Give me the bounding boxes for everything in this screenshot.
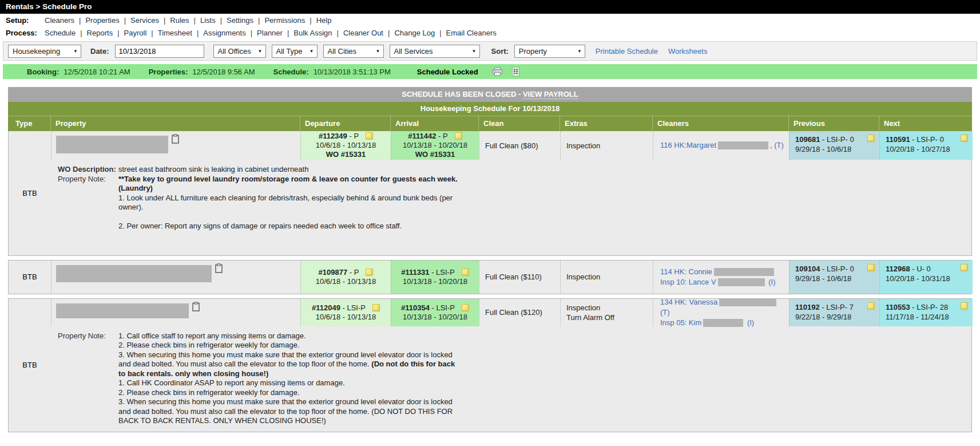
nav-process-bulk-assign[interactable]: Bulk Assign bbox=[291, 29, 334, 37]
property-note-text: **Take key to ground level laundry room/… bbox=[118, 175, 530, 231]
inspector-link[interactable]: Insp 05: Kim (I) bbox=[660, 318, 789, 328]
extras-cell: Inspection Turn Alarm Off bbox=[560, 299, 653, 326]
offices-select[interactable]: All Offices ▼ bbox=[213, 45, 266, 58]
property-cell[interactable] bbox=[51, 131, 300, 160]
nav-setup-rules[interactable]: Rules bbox=[168, 16, 191, 25]
setup-menu: Setup: Cleaners| Properties| Services| R… bbox=[0, 14, 980, 26]
app-title-bar: Rentals > Schedule Pro bbox=[0, 0, 980, 14]
nav-setup-settings[interactable]: Settings bbox=[224, 16, 256, 25]
cities-select[interactable]: All Cities ▼ bbox=[323, 45, 384, 58]
column-header-row: Type Property Departure Arrival Clean Ex… bbox=[8, 116, 972, 131]
row-type: BTB bbox=[9, 299, 51, 432]
printable-schedule-link[interactable]: Printable Schedule bbox=[596, 47, 658, 56]
note-icon[interactable] bbox=[462, 304, 469, 311]
col-header-cleaners: Cleaners bbox=[652, 116, 788, 131]
type-select[interactable]: All Type ▼ bbox=[272, 45, 318, 58]
wo-description-text: street east bathroom sink is leaking in … bbox=[118, 165, 530, 175]
services-select[interactable]: All Services ▼ bbox=[390, 45, 480, 58]
note-icon[interactable] bbox=[462, 269, 469, 276]
nav-process-change-log[interactable]: Change Log bbox=[392, 29, 437, 37]
next-booking-cell: 110591 - LSI-P- 0 10/20/18 - 10/27/18 bbox=[879, 131, 973, 160]
property-cell[interactable] bbox=[51, 299, 300, 326]
chevron-down-icon: ▼ bbox=[376, 49, 380, 54]
note-icon[interactable] bbox=[455, 132, 462, 140]
clipboard-icon[interactable] bbox=[192, 302, 200, 313]
nav-setup-properties[interactable]: Properties bbox=[83, 16, 121, 25]
nav-setup-services[interactable]: Services bbox=[128, 16, 161, 25]
clipboard-icon[interactable] bbox=[172, 134, 179, 145]
printer-icon[interactable] bbox=[492, 67, 503, 76]
row-type: BTB bbox=[9, 261, 51, 294]
note-icon[interactable] bbox=[366, 269, 373, 276]
nav-process-cleaner-out[interactable]: Cleaner Out bbox=[341, 29, 386, 37]
setup-label: Setup: bbox=[6, 16, 39, 25]
arrival-cell: #110354 - LSI-P 10/13/18 - 10/20/18 bbox=[391, 299, 479, 326]
property-note-label: Property Note: bbox=[58, 331, 118, 426]
note-icon[interactable] bbox=[372, 304, 380, 311]
nav-process-payroll[interactable]: Payroll bbox=[122, 29, 149, 37]
col-header-departure: Departure bbox=[300, 116, 390, 131]
note-icon[interactable] bbox=[867, 135, 875, 142]
arrival-dates: 10/13/18 - 10/20/18 bbox=[392, 277, 478, 286]
redacted-cleaner-name bbox=[718, 141, 768, 149]
extras-cell: Inspection bbox=[560, 261, 653, 294]
row-type: BTB bbox=[9, 131, 51, 255]
previous-booking-cell: 109104 - LSI-P- 0 9/29/18 - 10/6/18 bbox=[789, 261, 879, 294]
schedule-subtitle: Housekeeping Schedule For 10/13/2018 bbox=[8, 102, 972, 116]
nav-process-assignments[interactable]: Assignments bbox=[201, 29, 248, 37]
extras-cell: Inspection bbox=[560, 131, 653, 160]
redacted-property-name bbox=[56, 303, 189, 318]
departure-dates: 10/6/18 - 10/13/18 bbox=[302, 313, 390, 322]
inspector-link[interactable]: Insp 10: Lance V (I) bbox=[660, 277, 789, 287]
arrival-cell: #111442 - P 10/13/18 - 10/20/18 WO #1533… bbox=[391, 131, 479, 160]
cleaners-cell: 134 HK: Vanessa (T) Insp 05: Kim (I) bbox=[653, 299, 789, 326]
note-icon[interactable] bbox=[366, 132, 373, 140]
col-header-next: Next bbox=[879, 116, 972, 131]
redacted-cleaner-name bbox=[719, 298, 776, 306]
worksheets-link[interactable]: Worksheets bbox=[668, 47, 707, 56]
sort-label: Sort: bbox=[491, 47, 509, 56]
note-icon[interactable] bbox=[867, 302, 875, 310]
breadcrumb: Rentals > Schedule Pro bbox=[6, 2, 92, 11]
nav-setup-permissions[interactable]: Permissions bbox=[262, 16, 307, 25]
chevron-down-icon: ▼ bbox=[73, 49, 78, 54]
nav-setup-lists[interactable]: Lists bbox=[198, 16, 218, 25]
booking-label: Booking: bbox=[27, 68, 59, 76]
nav-process-schedule[interactable]: Schedule bbox=[39, 29, 78, 37]
nav-process-reports[interactable]: Reports bbox=[85, 29, 116, 37]
category-select[interactable]: Housekeeping ▼ bbox=[8, 45, 81, 58]
properties-timestamp: 12/5/2018 9:56 AM bbox=[192, 68, 255, 76]
previous-booking-cell: 109681 - LSI-P- 0 9/29/18 - 10/6/18 bbox=[789, 131, 879, 160]
filter-bar: Housekeeping ▼ Date: All Offices ▼ All T… bbox=[3, 41, 977, 61]
clipboard-icon[interactable] bbox=[215, 263, 223, 275]
nav-setup-cleaners[interactable]: Cleaners bbox=[39, 16, 77, 25]
previous-booking-cell: 110192 - LSI-P- 7 9/22/18 - 9/29/18 bbox=[789, 299, 879, 326]
chevron-down-icon: ▼ bbox=[472, 49, 477, 54]
note-icon[interactable] bbox=[961, 135, 968, 142]
col-header-clean: Clean bbox=[478, 116, 560, 131]
arrival-cell: #111331 - LSI-P 10/13/18 - 10/20/18 bbox=[391, 261, 479, 294]
note-icon[interactable] bbox=[961, 264, 968, 271]
col-header-type: Type bbox=[8, 116, 50, 131]
table-row: BTB #112049 - LSI-P 10/6/18 - 10/13/18 #… bbox=[8, 298, 972, 432]
cleaner-link[interactable]: 134 HK: Vanessa (T) bbox=[660, 297, 789, 318]
next-booking-cell: 112968 - U- 0 10/20/18 - 10/31/18 bbox=[879, 261, 973, 294]
view-payroll-link[interactable]: VIEW PAYROLL bbox=[523, 90, 578, 99]
note-icon[interactable] bbox=[961, 302, 968, 310]
nav-setup-help[interactable]: Help bbox=[314, 16, 334, 25]
cleaner-link[interactable]: 114 HK: Connie bbox=[660, 267, 789, 277]
arrival-dates: 10/13/18 - 10/20/18 bbox=[392, 313, 478, 322]
excel-export-icon[interactable] bbox=[512, 67, 519, 76]
property-cell[interactable] bbox=[51, 261, 300, 294]
property-note-label: Property Note: bbox=[58, 175, 118, 231]
nav-process-email-cleaners[interactable]: Email Cleaners bbox=[444, 29, 499, 37]
date-input[interactable] bbox=[115, 45, 204, 58]
clean-cell: Full Clean ($80) bbox=[479, 131, 560, 160]
nav-process-timesheet[interactable]: Timesheet bbox=[156, 29, 195, 37]
cleaner-link[interactable]: 116 HK:Margaret, (T) bbox=[660, 140, 789, 151]
note-icon[interactable] bbox=[867, 264, 875, 271]
cleaners-cell: 116 HK:Margaret, (T) bbox=[653, 131, 789, 160]
sort-select[interactable]: Property ▼ bbox=[514, 45, 585, 58]
table-row: BTB #112349 - P 10/6/18 - 10/13/18 WO #1… bbox=[8, 131, 972, 256]
nav-process-planner[interactable]: Planner bbox=[255, 29, 285, 37]
